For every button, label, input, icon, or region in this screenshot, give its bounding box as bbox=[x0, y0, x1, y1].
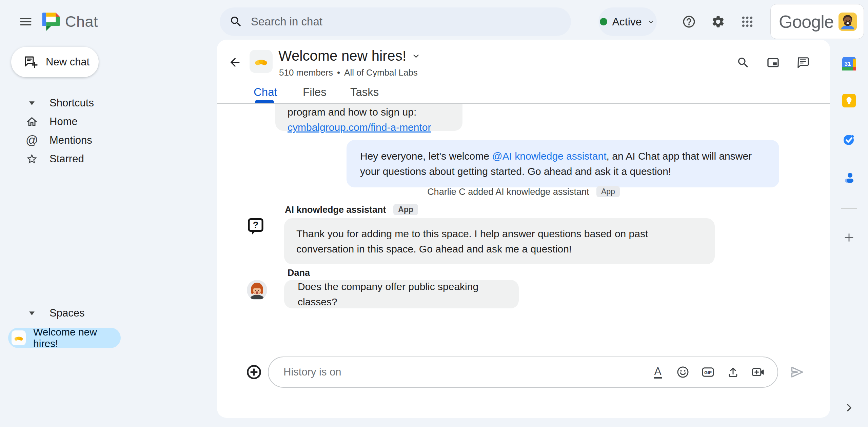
collapse-arrow-icon bbox=[28, 99, 36, 107]
tab-chat[interactable]: Chat bbox=[254, 86, 277, 99]
question-bubble-icon: ? bbox=[246, 217, 265, 236]
plus-icon bbox=[842, 231, 856, 244]
pop-out-chat-button[interactable] bbox=[765, 55, 781, 71]
video-meeting-button[interactable] bbox=[751, 365, 765, 379]
ai-assistant-avatar[interactable]: ? bbox=[246, 217, 265, 236]
active-status-dot bbox=[600, 18, 607, 25]
space-tabs: Chat Files Tasks bbox=[217, 84, 830, 103]
video-plus-icon bbox=[751, 365, 765, 379]
mention-ai-knowledge-assistant[interactable]: @AI knowledge assistant bbox=[492, 150, 606, 162]
format-text-icon: A bbox=[654, 366, 662, 379]
profile-avatar[interactable] bbox=[839, 13, 857, 31]
sidebar-item-mentions[interactable]: @ Mentions bbox=[0, 131, 217, 149]
sidebar-item-welcome-new-hires[interactable]: Welcome new hires! bbox=[8, 328, 121, 348]
keep-app-button[interactable] bbox=[842, 94, 856, 107]
google-logo: Google bbox=[779, 12, 834, 32]
help-button[interactable] bbox=[678, 11, 700, 33]
search-icon bbox=[736, 56, 750, 69]
dana-avatar[interactable] bbox=[247, 280, 267, 300]
sidebar-item-starred[interactable]: Starred bbox=[0, 149, 217, 168]
svg-text:?: ? bbox=[253, 220, 258, 230]
upload-icon bbox=[726, 365, 740, 379]
tab-tasks[interactable]: Tasks bbox=[350, 86, 379, 99]
org-name: All of Cymbal Labs bbox=[344, 67, 418, 78]
app-badge: App bbox=[393, 204, 418, 215]
member-count: 510 members bbox=[279, 67, 333, 78]
side-panel-rail: 31 bbox=[830, 43, 868, 427]
space-item-label: Welcome new hires! bbox=[33, 326, 121, 349]
sidebar-item-home[interactable]: Home bbox=[0, 112, 217, 131]
message-text: Does the company offer public speaking c… bbox=[298, 279, 505, 309]
space-subtitle: 510 members • All of Cymbal Labs bbox=[279, 67, 418, 78]
top-app-bar: Chat Search in chat Active Google bbox=[0, 0, 868, 43]
space-title-menu[interactable]: Welcome new hires! bbox=[278, 48, 421, 64]
hamburger-icon bbox=[18, 14, 33, 29]
message-text: program and how to sign up: bbox=[288, 104, 450, 120]
google-keep-icon bbox=[842, 94, 856, 107]
collapse-arrow-icon bbox=[28, 309, 36, 317]
main-menu-button[interactable] bbox=[18, 14, 34, 30]
circle-plus-icon bbox=[246, 364, 262, 380]
spaces-section: Spaces Welcome new hires! bbox=[0, 304, 217, 348]
message-input[interactable]: History is on A GIF bbox=[268, 357, 778, 388]
shortcuts-header[interactable]: Shortcuts bbox=[0, 94, 217, 112]
chevron-down-icon bbox=[411, 51, 421, 61]
sender-name-row: Dana bbox=[288, 268, 310, 278]
upload-file-button[interactable] bbox=[726, 365, 740, 379]
chevron-right-icon bbox=[842, 401, 856, 414]
search-input[interactable]: Search in chat bbox=[220, 7, 571, 36]
sender-name: AI knowledge assistant bbox=[285, 205, 386, 215]
emoji-button[interactable] bbox=[676, 365, 690, 379]
space-header-actions bbox=[735, 55, 811, 71]
spaces-header[interactable]: Spaces bbox=[0, 304, 217, 322]
send-message-button[interactable] bbox=[789, 364, 805, 380]
message-input-placeholder: History is on bbox=[283, 366, 651, 378]
apps-grid-button[interactable] bbox=[736, 11, 758, 33]
new-chat-button[interactable]: New chat bbox=[11, 47, 99, 77]
message-threads-button[interactable] bbox=[795, 55, 811, 71]
emoji-icon bbox=[676, 365, 690, 379]
status-selector[interactable]: Active bbox=[598, 7, 657, 36]
at-icon: @ bbox=[24, 133, 39, 147]
account-box: Google bbox=[770, 4, 864, 39]
message-bubble-dana: Does the company offer public speaking c… bbox=[284, 280, 519, 308]
picture-in-picture-icon bbox=[766, 56, 780, 69]
settings-button[interactable] bbox=[707, 11, 729, 33]
search-placeholder: Search in chat bbox=[251, 15, 322, 28]
message-bubble-assistant: Thank you for adding me to this space. I… bbox=[284, 218, 715, 264]
search-in-space-button[interactable] bbox=[735, 55, 751, 71]
compose-bar: History is on A GIF bbox=[217, 357, 830, 388]
app-badge: App bbox=[596, 186, 620, 197]
handshake-icon bbox=[13, 332, 24, 343]
sidebar-item-label: Home bbox=[50, 116, 78, 128]
sender-name: Dana bbox=[288, 268, 310, 278]
google-tasks-icon bbox=[842, 133, 856, 146]
chat-message-icon bbox=[796, 56, 810, 69]
mentor-link[interactable]: cymbalgroup.com/find-a-mentor bbox=[288, 120, 450, 135]
add-app-button[interactable] bbox=[842, 231, 856, 244]
product-name: Chat bbox=[65, 13, 98, 30]
shortcuts-section: Shortcuts Home @ Mentions Starred bbox=[0, 94, 217, 168]
rail-divider bbox=[841, 208, 857, 209]
calendar-app-button[interactable]: 31 bbox=[842, 57, 856, 70]
format-text-button[interactable]: A bbox=[651, 365, 665, 379]
tab-files[interactable]: Files bbox=[303, 86, 327, 99]
contacts-app-button[interactable] bbox=[842, 170, 856, 184]
back-button[interactable] bbox=[227, 55, 243, 70]
gif-icon: GIF bbox=[701, 365, 715, 379]
space-panel: Welcome new hires! 510 members • All of … bbox=[217, 40, 830, 418]
tasks-app-button[interactable] bbox=[842, 133, 856, 146]
google-chat-logo-icon bbox=[41, 11, 60, 32]
home-icon bbox=[26, 116, 38, 128]
add-attachment-button[interactable] bbox=[245, 363, 263, 381]
status-label: Active bbox=[612, 16, 642, 28]
apps-grid-icon bbox=[741, 15, 754, 28]
google-calendar-icon: 31 bbox=[842, 57, 856, 70]
message-bubble-mentor: program and how to sign up: cymbalgroup.… bbox=[275, 104, 462, 131]
handshake-icon bbox=[253, 54, 269, 69]
google-contacts-icon bbox=[842, 170, 856, 184]
back-arrow-icon bbox=[228, 56, 242, 69]
collapse-panel-button[interactable] bbox=[842, 401, 856, 414]
sender-name-row: AI knowledge assistant App bbox=[285, 204, 418, 215]
gif-button[interactable]: GIF bbox=[701, 365, 715, 379]
